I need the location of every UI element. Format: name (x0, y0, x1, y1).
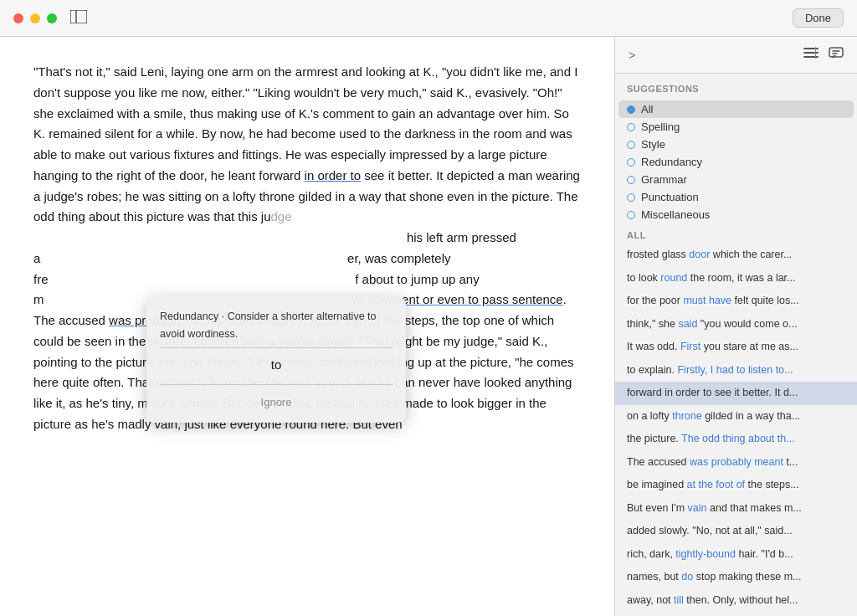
main-layout: "That's not it," said Leni, laying one a… (0, 37, 857, 616)
sidebar-toolbar: > (615, 37, 857, 74)
list-item[interactable]: of tricks are needed," said K. as he l..… (615, 612, 857, 616)
suggestion-highlight: door (689, 249, 710, 260)
comment-icon[interactable] (829, 47, 844, 64)
list-item[interactable]: for the poor must have felt quite los... (615, 290, 857, 313)
list-item[interactable]: think," she said "you would come o... (615, 313, 857, 336)
suggestion-highlight: round (660, 272, 687, 284)
arm-pressed-text: arm pressed a (33, 230, 516, 265)
suggestion-highlight: Firstly, I had to listen to... (677, 364, 793, 376)
list-item[interactable]: But even I'm vain and that makes m... (615, 497, 857, 521)
close-button[interactable] (13, 13, 23, 23)
done-button[interactable]: Done (793, 8, 844, 28)
suggestion-highlight: The odd thing about th... (681, 433, 795, 444)
editor-area[interactable]: "That's not it," said Leni, laying one a… (0, 37, 614, 616)
filter-punctuation-label: Punctuation (641, 191, 699, 203)
filter-redundancy[interactable]: Redundancy (615, 153, 857, 171)
list-item[interactable]: frosted glass door which the carer... (615, 244, 857, 267)
radio-punctuation (627, 193, 635, 202)
list-item[interactable]: on a lofty throne gilded in a way tha... (615, 405, 857, 429)
suggestion-highlight: at the foot of (687, 479, 746, 490)
filter-spelling[interactable]: Spelling (615, 118, 857, 136)
list-item-highlighted[interactable]: forward in order to see it better. It d.… (615, 382, 857, 405)
tooltip-divider-top (160, 347, 393, 348)
filter-grammar[interactable]: Grammar (615, 171, 857, 188)
filter-all-label: All (641, 103, 653, 116)
radio-all (627, 105, 635, 114)
filter-all[interactable]: All (618, 100, 854, 118)
suggestion-highlight: vain (688, 502, 707, 514)
filter-grammar-label: Grammar (641, 173, 687, 186)
suggestion-highlight: till (674, 594, 684, 606)
filter-punctuation[interactable]: Punctuation (615, 188, 857, 206)
all-section-label: All (615, 223, 857, 244)
suggestion-highlight: do (681, 571, 693, 583)
suggestions-label: Suggestions (615, 84, 857, 100)
list-item[interactable]: the picture. The odd thing about th... (615, 428, 857, 451)
list-item[interactable]: names, but do stop making these m... (615, 566, 857, 589)
filter-redundancy-label: Redundancy (641, 156, 702, 168)
right-sidebar: > Suggestions (614, 37, 857, 616)
suggestion-highlight: tightly-bound (675, 548, 736, 560)
suggestion-highlight: said (678, 318, 697, 330)
svg-rect-5 (815, 47, 816, 59)
tooltip-type: Redundancy · Consider a shorter alternat… (160, 308, 393, 342)
filter-style-label: Style (641, 138, 665, 151)
radio-miscellaneous (627, 211, 635, 219)
suggestion-highlight: First (680, 341, 700, 352)
svg-rect-0 (70, 10, 87, 23)
sidebar-content: Suggestions All Spelling Style Redundanc… (615, 74, 857, 616)
radio-grammar (627, 176, 635, 184)
svg-rect-2 (803, 48, 819, 49)
tooltip-divider-bottom (160, 384, 393, 385)
svg-rect-4 (803, 56, 819, 58)
list-item[interactable]: be imagined at the foot of the steps... (615, 474, 857, 497)
radio-style (627, 141, 635, 149)
filter-spelling-label: Spelling (641, 121, 680, 133)
redundancy-tooltip: Redundancy · Consider a shorter alternat… (146, 296, 406, 423)
radio-spelling (627, 123, 635, 131)
list-item[interactable]: It was odd. First you stare at me as... (615, 336, 857, 359)
suggestion-highlight: must have (683, 295, 731, 306)
list-item[interactable]: rich, dark, tightly-bound hair. "I'd b..… (615, 543, 857, 567)
sidebar-toggle-icon[interactable] (70, 10, 87, 27)
suggestion-highlight: throne (672, 410, 701, 422)
suggestion-highlight: was probably meant (690, 456, 783, 468)
filter-miscellaneous[interactable]: Miscellaneous (615, 206, 857, 223)
filter-style[interactable]: Style (615, 136, 857, 153)
filter-miscellaneous-label: Miscellaneous (641, 208, 710, 221)
chevron-right-icon[interactable]: > (629, 49, 635, 62)
radio-redundancy (627, 158, 635, 167)
list-item[interactable]: added slowly. "No, not at all," said... (615, 520, 857, 543)
list-item[interactable]: away, not till then. Only, without hel..… (615, 589, 857, 613)
tooltip-replacement[interactable]: to (160, 355, 393, 376)
titlebar: Done (0, 0, 857, 37)
list-view-icon[interactable] (803, 47, 819, 64)
redundancy-highlight: in order to (305, 168, 362, 182)
tooltip-ignore-button[interactable]: Ignore (160, 390, 393, 414)
minimize-button[interactable] (30, 13, 40, 23)
list-item[interactable]: The accused was probably meant t... (615, 451, 857, 475)
maximize-button[interactable] (47, 13, 57, 23)
list-item[interactable]: to explain. Firstly, I had to listen to.… (615, 359, 857, 382)
list-item[interactable]: to look round the room, it was a lar... (615, 267, 857, 290)
svg-rect-3 (803, 52, 819, 54)
traffic-lights (13, 13, 57, 23)
